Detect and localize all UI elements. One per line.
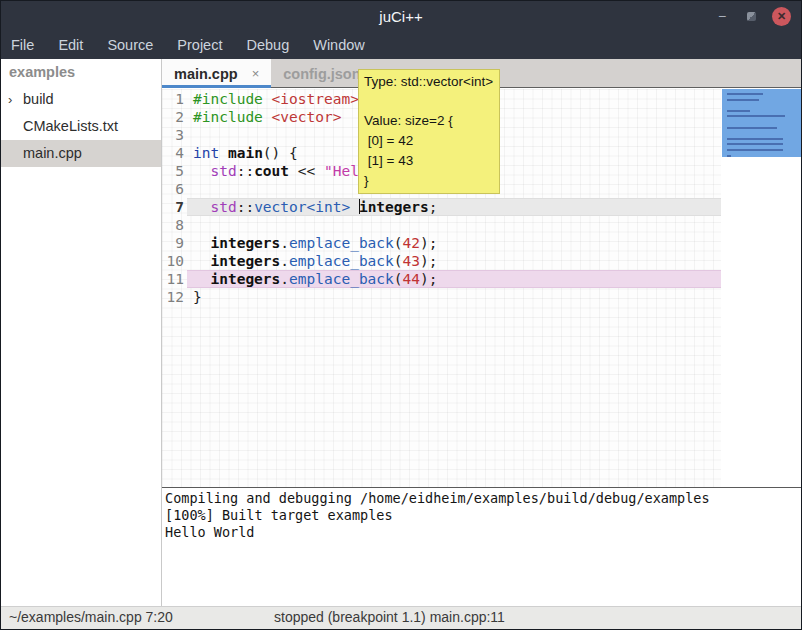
code-line[interactable]: integers.emplace_back(44);	[193, 270, 437, 288]
token-inc: <vector>	[272, 109, 342, 125]
token-plain: (	[394, 271, 403, 287]
sidebar-item-main-cpp[interactable]: main.cpp	[1, 140, 161, 167]
restore-button[interactable]	[747, 12, 756, 21]
token-plain	[219, 145, 228, 161]
tab-main-cpp[interactable]: main.cpp×	[162, 59, 271, 88]
code-line[interactable]: }	[193, 288, 437, 306]
menu-item-window[interactable]: Window	[305, 31, 373, 59]
token-plain: () {	[263, 145, 298, 161]
terminal-output[interactable]: Compiling and debugging /home/eidheim/ex…	[162, 488, 802, 606]
token-type: emplace_back	[289, 271, 394, 287]
close-button[interactable]: ✕	[772, 7, 791, 26]
token-plain: );	[420, 271, 437, 287]
line-number[interactable]: 12	[162, 288, 184, 306]
line-number[interactable]: 6	[162, 180, 184, 198]
app-window: juCi++ − ✕ FileEditSourceProjectDebugWin…	[0, 0, 802, 630]
token-plain: );	[420, 253, 437, 269]
token-type: emplace_back	[289, 253, 394, 269]
token-var: integers	[210, 235, 280, 251]
terminal-line: [100%] Built target examples	[165, 507, 802, 524]
line-number[interactable]: 9	[162, 234, 184, 252]
token-plain: <<	[289, 163, 324, 179]
menu-item-file[interactable]: File	[3, 31, 42, 59]
minimap-code-line	[727, 155, 731, 157]
token-plain	[193, 253, 210, 269]
sidebar-item-build[interactable]: ›build	[1, 86, 161, 113]
token-plain: .	[280, 235, 289, 251]
file-label: build	[23, 91, 54, 107]
menu-item-project[interactable]: Project	[169, 31, 230, 59]
terminal-line: Compiling and debugging /home/eidheim/ex…	[165, 490, 802, 507]
token-ns: std	[210, 163, 236, 179]
minimize-button[interactable]: −	[713, 7, 731, 25]
menu-item-source[interactable]: Source	[99, 31, 161, 59]
minimap-code-line	[727, 93, 763, 95]
minimap-viewport[interactable]	[722, 89, 802, 157]
token-plain: .	[280, 253, 289, 269]
debug-value-tooltip: Type: std::vector<int> Value: size=2 { […	[358, 69, 500, 194]
line-number[interactable]: 11	[162, 270, 184, 288]
status-bar: ~/examples/main.cpp 7:20 stopped (breakp…	[1, 606, 801, 629]
code-line[interactable]	[193, 216, 437, 234]
token-plain	[263, 91, 272, 107]
token-plain	[193, 163, 210, 179]
window-title: juCi++	[379, 8, 422, 25]
status-file-location: ~/examples/main.cpp 7:20	[9, 609, 173, 625]
token-var: main	[228, 145, 263, 161]
tab-close-icon[interactable]: ×	[252, 66, 260, 81]
minimap-code-line	[727, 138, 783, 140]
token-plain: }	[193, 289, 202, 305]
status-debug-state: stopped (breakpoint 1.1) main.cpp:11	[274, 609, 505, 625]
token-num: 43	[403, 253, 420, 269]
minimap-code-line	[727, 127, 777, 129]
line-number-gutter[interactable]: 123456789101112	[162, 90, 184, 306]
minimap-code-line	[727, 149, 783, 151]
window-controls: − ✕	[713, 1, 791, 31]
code-line[interactable]: integers.emplace_back(42);	[193, 234, 437, 252]
minimap-code-line	[727, 99, 759, 101]
token-type: vector<int>	[254, 199, 350, 215]
line-number[interactable]: 5	[162, 162, 184, 180]
token-num: 44	[403, 271, 420, 287]
token-plain: ;	[429, 199, 438, 215]
minimap-code-line	[727, 110, 750, 112]
line-number[interactable]: 7	[162, 198, 184, 216]
minimap[interactable]	[721, 89, 802, 487]
title-bar[interactable]: juCi++ − ✕	[1, 1, 801, 31]
line-number[interactable]: 10	[162, 252, 184, 270]
chevron-right-icon[interactable]: ›	[8, 86, 12, 113]
token-plain	[193, 271, 210, 287]
token-type: emplace_back	[289, 235, 394, 251]
tooltip-line: [1] = 43	[364, 151, 493, 171]
line-number[interactable]: 3	[162, 126, 184, 144]
token-kw: int	[193, 145, 219, 161]
file-label: CMakeLists.txt	[23, 118, 118, 134]
tooltip-line: [0] = 42	[364, 131, 493, 151]
file-label: main.cpp	[23, 145, 82, 161]
active-tab-underline	[162, 85, 271, 88]
tooltip-line: Type: std::vector<int>	[364, 72, 493, 92]
line-number[interactable]: 8	[162, 216, 184, 234]
tooltip-line	[364, 92, 493, 112]
line-number[interactable]: 2	[162, 108, 184, 126]
project-name: examples	[1, 59, 161, 86]
menu-bar: FileEditSourceProjectDebugWindow	[1, 31, 801, 59]
menu-item-edit[interactable]: Edit	[50, 31, 91, 59]
token-ns: std	[210, 199, 236, 215]
menu-item-debug[interactable]: Debug	[238, 31, 297, 59]
code-line[interactable]: integers.emplace_back(43);	[193, 252, 437, 270]
line-number[interactable]: 4	[162, 144, 184, 162]
file-tree: ›buildCMakeLists.txtmain.cpp	[1, 86, 161, 167]
sidebar-item-cmakelists-txt[interactable]: CMakeLists.txt	[1, 113, 161, 140]
token-var: cout	[254, 163, 289, 179]
token-str: "Hel	[324, 163, 359, 179]
code-line[interactable]: std::vector<int> integers;	[193, 198, 437, 216]
token-plain	[350, 199, 359, 215]
token-var: integers	[210, 271, 280, 287]
minimap-code-line	[727, 115, 785, 117]
token-plain	[193, 235, 210, 251]
file-tree-panel[interactable]: examples ›buildCMakeLists.txtmain.cpp	[1, 59, 161, 606]
tooltip-line: }	[364, 171, 493, 191]
line-number[interactable]: 1	[162, 90, 184, 108]
terminal-line: Hello World	[165, 524, 802, 541]
